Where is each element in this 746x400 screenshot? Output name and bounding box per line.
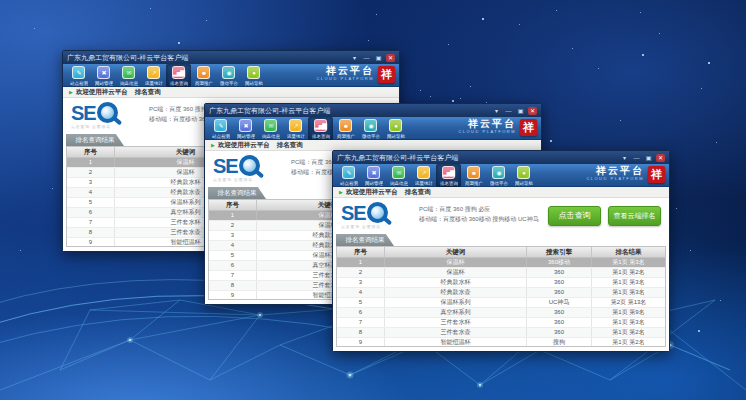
window-body: SE 点击查询 全面排名 PC端：百度 360 搜狗 必应 移动端：百度移动 3… xyxy=(333,198,669,351)
table-cell: 第1页 第9名 xyxy=(592,308,665,317)
toolbar-item-site-manage[interactable]: ✖网站管理 xyxy=(233,117,258,140)
seo-logo-text: SE xyxy=(71,103,96,123)
traffic-stats-icon: ↗ xyxy=(417,166,430,179)
toolbar-item-traffic-stats[interactable]: ↗流量统计 xyxy=(283,117,308,140)
table-row[interactable]: 5保温杯系列UC神马第2页 第13名 xyxy=(337,298,665,308)
table-row[interactable]: 1保温杯360移动第1页 第3名 xyxy=(337,258,665,268)
window-title: 广东九鼎工贸有限公司-祥云平台客户端 xyxy=(337,153,620,163)
toolbar-item-inquiry-info[interactable]: ✉询盘信息 xyxy=(258,117,283,140)
minimize-icon[interactable]: — xyxy=(362,54,371,62)
toolbar-item-rank-query[interactable]: ▂▅▇排名查询 xyxy=(166,64,191,87)
toolbar-item-traffic-stats[interactable]: ↗流量统计 xyxy=(411,164,436,187)
toolbar-item-label: 站点检测 xyxy=(212,133,230,138)
table-cell: 5 xyxy=(209,251,257,260)
tab-rank-results[interactable]: 排名查询结果 xyxy=(336,234,394,246)
traffic-stats-icon: ↗ xyxy=(147,66,160,79)
table-cell: 8 xyxy=(209,281,257,290)
column-header: 序号 xyxy=(67,147,115,157)
toolbar-item-wechat-platform[interactable]: ◉微信平台 xyxy=(216,64,241,87)
title-bar[interactable]: 广东九鼎工贸有限公司-祥云平台客户端 ▾ — ▣ ✕ xyxy=(63,51,399,64)
toolbar-item-site-manage[interactable]: ✖网站管理 xyxy=(91,64,116,87)
table-row[interactable]: 8三件套水壶360第1页 第2名 xyxy=(337,328,665,338)
star-field-bright xyxy=(0,0,2,2)
toolbar-item-inquiry-info[interactable]: ✉询盘信息 xyxy=(386,164,411,187)
minimize-icon[interactable]: — xyxy=(632,154,641,162)
table-cell: 4 xyxy=(67,188,115,197)
maximize-icon[interactable]: ▣ xyxy=(516,107,525,115)
site-manage-icon: ✖ xyxy=(239,119,252,132)
toolbar-item-site-check[interactable]: ✎站点检测 xyxy=(208,117,233,140)
table-cell: 第1页 第3名 xyxy=(592,288,665,297)
tab-rank-results[interactable]: 排名查询结果 xyxy=(208,187,266,199)
maximize-icon[interactable]: ▣ xyxy=(644,154,653,162)
toolbar-item-inquiry-info[interactable]: ✉询盘信息 xyxy=(116,64,141,87)
tab-rank-results[interactable]: 排名查询结果 xyxy=(66,134,124,146)
toolbar-item-label: 流量统计 xyxy=(415,180,433,185)
table-cell: 1 xyxy=(209,211,257,220)
toolbar-item-rank-query[interactable]: ▂▅▇排名查询 xyxy=(436,164,461,187)
table-cell: 保温杯系列 xyxy=(385,298,527,307)
table-cell: 9 xyxy=(67,238,115,247)
seo-logo: SE 点击查询 全面排名 xyxy=(71,102,143,129)
toolbar-item-label: 微信平台 xyxy=(490,180,508,185)
close-icon[interactable]: ✕ xyxy=(386,54,395,62)
table-cell: 第1页 第2名 xyxy=(592,268,665,277)
table-row[interactable]: 9智能恒温杯搜狗第1页 第2名 xyxy=(337,338,665,347)
column-header: 序号 xyxy=(337,247,385,257)
toolbar-item-site-check[interactable]: ✎站点检测 xyxy=(66,64,91,87)
site-check-icon: ✎ xyxy=(214,119,227,132)
toolbar-item-union-promote[interactable]: ☻商盟推广 xyxy=(333,117,358,140)
toolbar-items: ✎站点检测✖网站管理✉询盘信息↗流量统计▂▅▇排名查询☻商盟推广◉微信平台●网站… xyxy=(208,117,408,140)
table-cell: 360 xyxy=(527,308,592,317)
query-button[interactable]: 点击查询 xyxy=(548,206,601,226)
toolbar-item-wechat-platform[interactable]: ◉微信平台 xyxy=(486,164,511,187)
breadcrumb-welcome: 欢迎使用祥云平台 xyxy=(346,188,398,197)
site-nav-icon: ● xyxy=(247,66,260,79)
window-title: 广东九鼎工贸有限公司-祥云平台客户端 xyxy=(67,53,350,63)
traffic-stats-icon: ↗ xyxy=(289,119,302,132)
seo-logo: SE 点击查询 全面排名 xyxy=(341,202,413,229)
table-row[interactable]: 3经典款水杯360第1页 第3名 xyxy=(337,278,665,288)
brand-subtitle: CLOUD PLATFORM xyxy=(316,76,374,81)
table-row[interactable]: 2保温杯360第1页 第2名 xyxy=(337,268,665,278)
maximize-icon[interactable]: ▣ xyxy=(374,54,383,62)
table-row[interactable]: 4经典款水壶360第1页 第3名 xyxy=(337,288,665,298)
toolbar-item-rank-query[interactable]: ▂▅▇排名查询 xyxy=(308,117,333,140)
toolbar-item-label: 询盘信息 xyxy=(120,80,138,85)
toolbar-item-label: 商盟推广 xyxy=(337,133,355,138)
toolbar-item-site-nav[interactable]: ●网站导航 xyxy=(241,64,266,87)
close-icon[interactable]: ✕ xyxy=(528,107,537,115)
toolbar-item-traffic-stats[interactable]: ↗流量统计 xyxy=(141,64,166,87)
table-cell: 6 xyxy=(337,308,385,317)
toolbar-item-site-nav[interactable]: ●网站导航 xyxy=(383,117,408,140)
cloud-rank-button[interactable]: 查看云端排名 xyxy=(608,206,661,226)
toolbar-item-label: 网站管理 xyxy=(95,80,113,85)
table-row[interactable]: 7三件套水杯360第1页 第3名 xyxy=(337,318,665,328)
table-cell: 8 xyxy=(337,328,385,337)
table-cell: 360 xyxy=(527,318,592,327)
skin-icon[interactable]: ▾ xyxy=(492,107,501,115)
title-bar[interactable]: 广东九鼎工贸有限公司-祥云平台客户端 ▾ — ▣ ✕ xyxy=(333,151,669,164)
site-manage-icon: ✖ xyxy=(97,66,110,79)
toolbar-item-site-manage[interactable]: ✖网站管理 xyxy=(361,164,386,187)
skin-icon[interactable]: ▾ xyxy=(620,154,629,162)
title-bar[interactable]: 广东九鼎工贸有限公司-祥云平台客户端 ▾ — ▣ ✕ xyxy=(205,104,541,117)
brand-badge: 祥 xyxy=(520,119,537,136)
column-header: 搜索引擎 xyxy=(527,247,592,257)
wechat-platform-icon: ◉ xyxy=(222,66,235,79)
table-cell: 1 xyxy=(337,258,385,267)
toolbar-item-union-promote[interactable]: ☻商盟推广 xyxy=(191,64,216,87)
union-promote-icon: ☻ xyxy=(467,166,480,179)
toolbar-item-union-promote[interactable]: ☻商盟推广 xyxy=(461,164,486,187)
table-row[interactable]: 6真空杯系列360第1页 第9名 xyxy=(337,308,665,318)
skin-icon[interactable]: ▾ xyxy=(350,54,359,62)
table-cell: 360 xyxy=(527,268,592,277)
toolbar-item-site-check[interactable]: ✎站点检测 xyxy=(336,164,361,187)
close-icon[interactable]: ✕ xyxy=(656,154,665,162)
minimize-icon[interactable]: — xyxy=(504,107,513,115)
toolbar-items: ✎站点检测✖网站管理✉询盘信息↗流量统计▂▅▇排名查询☻商盟推广◉微信平台●网站… xyxy=(336,164,536,187)
toolbar-item-site-nav[interactable]: ●网站导航 xyxy=(511,164,536,187)
toolbar-item-wechat-platform[interactable]: ◉微信平台 xyxy=(358,117,383,140)
toolbar-item-label: 网站导航 xyxy=(387,133,405,138)
table-cell: 8 xyxy=(67,228,115,237)
